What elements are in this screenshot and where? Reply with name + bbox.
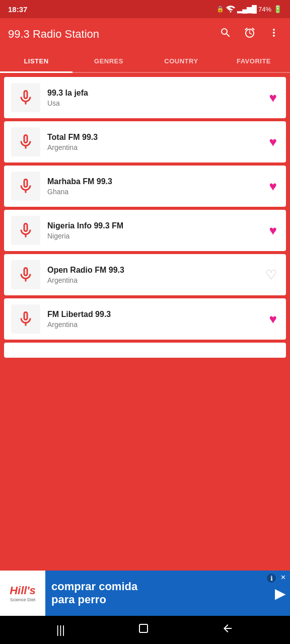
station-name: 99.3 la jefa: [47, 89, 260, 98]
station-info: FM Libertad 99.3 Argentina: [47, 310, 260, 329]
nav-back-icon: [222, 622, 234, 634]
ad-info-icon[interactable]: ℹ: [267, 574, 276, 583]
alarm-button[interactable]: [242, 25, 258, 44]
svg-rect-0: [139, 624, 148, 632]
favorite-button[interactable]: ♥: [267, 309, 279, 329]
search-icon: [220, 27, 232, 39]
favorite-button[interactable]: ♡: [263, 265, 279, 285]
station-country: Argentina: [47, 143, 260, 151]
microphone-icon: [17, 221, 35, 239]
list-item[interactable]: 99.3 la jefa Usa ♥: [4, 77, 286, 118]
app-bar-actions: [218, 25, 282, 44]
ad-text-area: comprar comidapara perro: [45, 580, 275, 607]
station-icon-wrap: [11, 260, 40, 289]
station-country: Ghana: [47, 188, 260, 196]
microphone-icon: [17, 177, 35, 195]
favorite-button[interactable]: ♥: [267, 177, 279, 196]
tab-country[interactable]: COUNTRY: [145, 50, 218, 72]
more-button[interactable]: [266, 25, 282, 44]
nav-back-button[interactable]: [213, 618, 242, 641]
app-bar: 99.3 Radio Station: [0, 18, 290, 50]
app-title: 99.3 Radio Station: [8, 28, 218, 41]
station-info: Open Radio FM 99.3 Argentina: [47, 266, 256, 284]
station-name: Open Radio FM 99.3: [47, 266, 256, 275]
favorite-button[interactable]: ♥: [267, 88, 279, 108]
favorite-button[interactable]: ♥: [267, 221, 279, 240]
more-vert-icon: [268, 27, 280, 39]
microphone-icon: [17, 310, 35, 328]
ad-logo: Hill's Science Diet: [0, 571, 45, 616]
station-info: Nigeria Info 99.3 FM Nigeria: [47, 221, 260, 240]
ad-banner[interactable]: Hill's Science Diet comprar comidapara p…: [0, 571, 290, 616]
search-button[interactable]: [218, 25, 234, 44]
list-item[interactable]: Marhaba FM 99.3 Ghana ♥: [4, 166, 286, 207]
list-item[interactable]: Total FM 99.3 Argentina ♥: [4, 121, 286, 163]
signal-icon: ▂▄▆█: [237, 5, 256, 13]
station-info: 99.3 la jefa Usa: [47, 89, 260, 107]
nav-menu-icon: |||: [56, 623, 65, 636]
microphone-icon: [17, 89, 35, 107]
lock-icon: 🔒: [216, 6, 224, 13]
hills-brand: Hill's: [10, 584, 36, 597]
station-icon-wrap: [11, 304, 40, 334]
battery-icon: 🔋: [273, 5, 282, 13]
ad-arrow-icon: ▶: [275, 585, 286, 602]
tab-listen[interactable]: LISTEN: [0, 50, 72, 72]
station-list: 99.3 la jefa Usa ♥ Total FM 99.3 Argenti…: [0, 73, 290, 571]
station-name: FM Libertad 99.3: [47, 310, 260, 319]
wifi-icon: [226, 6, 235, 13]
nav-bar: |||: [0, 616, 290, 644]
station-info: Marhaba FM 99.3 Ghana: [47, 177, 260, 196]
nav-menu-button[interactable]: |||: [48, 619, 73, 640]
station-country: Usa: [47, 99, 260, 107]
microphone-icon: [17, 133, 35, 151]
favorite-button[interactable]: ♥: [267, 132, 279, 152]
status-bar: 18:37 🔒 ▂▄▆█ 74% 🔋: [0, 0, 290, 18]
ad-text: comprar comidapara perro: [51, 580, 137, 607]
tab-favorite[interactable]: FAVORITE: [218, 50, 290, 72]
station-info: Total FM 99.3 Argentina: [47, 133, 260, 151]
list-item[interactable]: Open Radio FM 99.3 Argentina ♡: [4, 254, 286, 295]
station-icon-wrap: [11, 172, 40, 201]
station-country: Nigeria: [47, 232, 260, 240]
battery-level: 74%: [258, 6, 271, 13]
tabs: LISTEN GENRES COUNTRY FAVORITE: [0, 50, 290, 73]
status-time: 18:37: [8, 5, 27, 14]
ad-close-icon[interactable]: ✕: [280, 574, 286, 581]
list-item[interactable]: Nigeria Info 99.3 FM Nigeria ♥: [4, 210, 286, 251]
nav-home-button[interactable]: [129, 618, 158, 641]
list-item-partial: [4, 343, 286, 358]
list-item[interactable]: FM Libertad 99.3 Argentina ♥: [4, 298, 286, 340]
station-icon-wrap: [11, 83, 40, 112]
station-icon-wrap: [11, 127, 40, 156]
tab-genres[interactable]: GENRES: [72, 50, 145, 72]
alarm-icon: [244, 27, 256, 39]
microphone-icon: [17, 266, 35, 284]
status-icons: 🔒 ▂▄▆█ 74% 🔋: [216, 5, 282, 13]
station-name: Marhaba FM 99.3: [47, 177, 260, 186]
nav-home-icon: [137, 622, 150, 634]
station-country: Argentina: [47, 276, 256, 284]
station-name: Nigeria Info 99.3 FM: [47, 221, 260, 230]
station-name: Total FM 99.3: [47, 133, 260, 142]
station-country: Argentina: [47, 320, 260, 329]
hills-sub: Science Diet: [10, 597, 36, 602]
station-icon-wrap: [11, 216, 40, 245]
